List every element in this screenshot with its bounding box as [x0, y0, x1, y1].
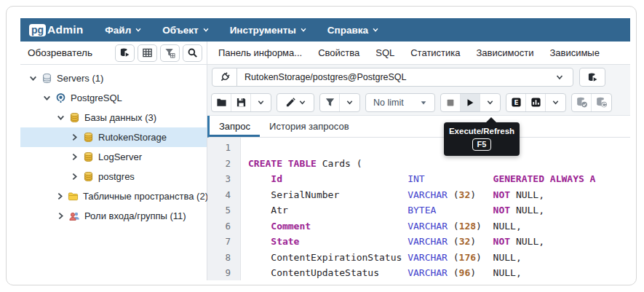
chevron-right-icon[interactable] — [69, 133, 79, 142]
chevron-right-icon[interactable] — [55, 211, 65, 221]
logo-pg-badge: pg — [29, 24, 46, 36]
chevron-right-icon[interactable] — [69, 172, 79, 181]
tab-query-history[interactable]: История запросов — [260, 116, 359, 137]
code-line[interactable]: State VARCHAR (32) NOT NULL, — [248, 234, 630, 250]
folder-icon — [68, 191, 79, 202]
filter-menu-button[interactable] — [340, 94, 359, 111]
servers-icon — [41, 73, 52, 84]
folder-open-icon — [216, 97, 227, 108]
code-line[interactable] — [248, 140, 630, 156]
stop-icon — [445, 98, 456, 108]
explain-analyze-button[interactable] — [526, 94, 546, 111]
explain-icon: E — [511, 97, 522, 108]
line-number: 8 — [207, 250, 240, 266]
tree-item-label: PostgreSQL — [71, 92, 122, 103]
menu-object-label: Объект — [162, 25, 198, 36]
chevron-down-icon — [300, 26, 307, 33]
chevron-down-icon[interactable] — [55, 113, 65, 122]
code-line[interactable]: CREATE TABLE Cards ( — [248, 156, 630, 172]
database-icon — [68, 112, 80, 123]
menu-tools[interactable]: Инструменты — [230, 25, 307, 36]
chevron-right-icon[interactable] — [69, 152, 79, 162]
chevron-down-icon — [486, 98, 494, 106]
edit-button[interactable] — [277, 94, 314, 111]
rollback-button[interactable] — [592, 94, 611, 111]
save-menu-button[interactable] — [251, 94, 271, 111]
tree-item-label: Servers (1) — [57, 73, 103, 84]
open-file-button[interactable] — [212, 94, 231, 111]
tree-item[interactable]: LogServer — [20, 147, 207, 167]
save-button[interactable] — [231, 94, 251, 111]
menu-object[interactable]: Объект — [162, 25, 209, 36]
pencil-icon — [285, 97, 296, 108]
menu-bar: pg Admin Файл Объект Инструменты Справка — [20, 18, 630, 42]
tree-item-label: Табличные пространства (2) — [83, 191, 208, 202]
stop-button[interactable] — [441, 94, 461, 111]
pgadmin-logo: pg Admin — [29, 23, 83, 36]
tree-item[interactable]: Базы данных (3) — [20, 108, 207, 127]
execute-menu-button[interactable] — [480, 94, 500, 111]
chevron-down-icon — [372, 26, 379, 33]
chevron-down-icon[interactable] — [41, 93, 52, 103]
tree-item[interactable]: postgres — [20, 167, 207, 186]
chevron-right-icon[interactable] — [55, 192, 65, 201]
explain-menu-button[interactable] — [546, 94, 565, 111]
code-line[interactable]: ContentExpirationStatus VARCHAR (176) NU… — [248, 250, 630, 266]
chevron-down-icon — [202, 26, 210, 33]
tree-item[interactable]: Роли входа/группы (11) — [20, 206, 207, 226]
filtered-rows-icon — [164, 47, 175, 58]
tab-properties[interactable]: Свойства — [310, 47, 367, 58]
search-icon — [187, 47, 198, 58]
tab-dashboard[interactable]: Панель информа... — [210, 47, 310, 58]
menu-help[interactable]: Справка — [327, 25, 379, 36]
tree-item[interactable]: RutokenStorage — [20, 127, 207, 147]
menu-file[interactable]: Файл — [105, 25, 142, 36]
tab-dependents[interactable]: Зависимые — [541, 47, 608, 58]
view-data-button[interactable] — [138, 44, 157, 62]
pgadmin-window: pg Admin Файл Объект Инструменты Справка — [20, 18, 630, 280]
tooltip-arrow — [486, 117, 496, 122]
menu-help-label: Справка — [327, 25, 368, 36]
code-line[interactable]: SerialNumber VARCHAR (32) NOT NULL, — [248, 187, 630, 203]
code-area[interactable]: CREATE TABLE Cards ( Id INT GENERATED AL… — [241, 138, 630, 280]
commit-button[interactable] — [572, 94, 592, 111]
postgresql-icon — [55, 92, 66, 103]
search-objects-button[interactable] — [183, 44, 202, 62]
tree-item[interactable]: PostgreSQL — [20, 88, 207, 108]
line-number: 6 — [207, 218, 240, 234]
save-icon — [236, 97, 247, 108]
code-line[interactable]: Id INT GENERATED ALWAYS A — [248, 171, 630, 187]
tree-item-label: Роли входа/группы (11) — [84, 210, 186, 221]
connection-select[interactable]: RutokenStorage/postgres@PostgreSQL — [212, 68, 573, 87]
filter-icon — [325, 97, 335, 108]
tab-sql[interactable]: SQL — [367, 47, 402, 58]
tree-item[interactable]: Табличные пространства (2) — [20, 186, 207, 206]
line-number: 2 — [207, 156, 240, 172]
tree-item[interactable]: Servers (1) — [20, 68, 207, 88]
tab-query[interactable]: Запрос — [210, 116, 260, 137]
commit-icon — [576, 96, 588, 108]
filter-button[interactable] — [320, 94, 340, 111]
explain-button[interactable]: E — [506, 94, 526, 111]
sql-editor[interactable]: 123456789 CREATE TABLE Cards ( Id INT GE… — [207, 138, 630, 280]
limit-select[interactable]: No limit — [365, 93, 435, 112]
logo-admin-text: Admin — [47, 23, 83, 36]
code-line[interactable]: ContentUpdateStatus VARCHAR (96) NULL, — [248, 265, 630, 280]
query-tool-button[interactable] — [115, 44, 135, 62]
tooltip-title: Execute/Refresh — [448, 127, 515, 135]
tab-dependencies[interactable]: Зависимости — [469, 47, 542, 58]
filtered-rows-button[interactable] — [160, 44, 180, 62]
code-line[interactable]: Atr BYTEA NOT NULL, — [248, 202, 630, 218]
chevron-down-icon[interactable] — [28, 74, 38, 83]
select-caret-icon — [420, 99, 427, 106]
chevron-down-icon — [346, 98, 354, 106]
code-line[interactable]: Comment VARCHAR (128) NULL, — [248, 218, 630, 234]
execute-button[interactable] — [461, 94, 480, 111]
object-explorer: Обозреватель Servers (1)Postg — [20, 42, 207, 280]
chevron-down-icon — [298, 98, 306, 106]
tree-item-label: RutokenStorage — [98, 132, 167, 143]
tab-statistics[interactable]: Статистика — [402, 47, 468, 58]
new-connection-button[interactable] — [579, 68, 605, 87]
roles-icon — [68, 210, 80, 221]
tree-item-label: LogServer — [98, 151, 142, 162]
